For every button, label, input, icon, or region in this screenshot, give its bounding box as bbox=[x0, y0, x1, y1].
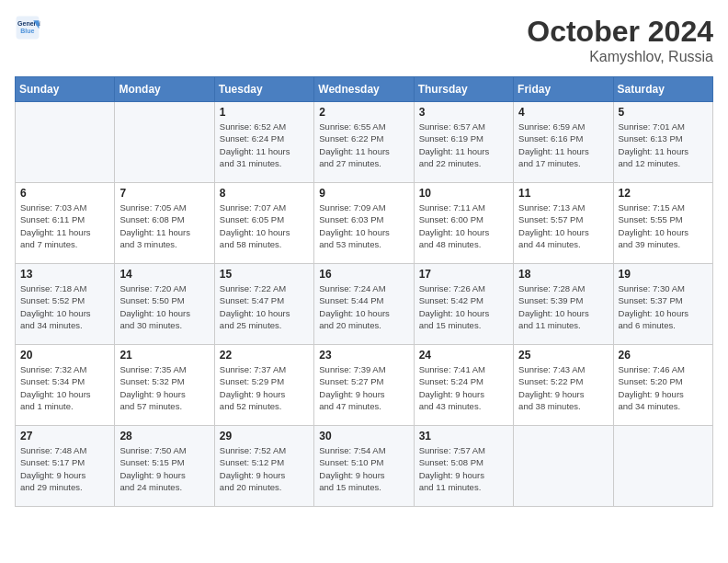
day-number: 26 bbox=[619, 349, 708, 362]
day-number: 25 bbox=[518, 349, 608, 362]
weekday-header-monday: Monday bbox=[115, 77, 214, 102]
day-number: 15 bbox=[220, 268, 309, 281]
weekday-header-sunday: Sunday bbox=[16, 77, 115, 102]
day-info: Sunrise: 7:30 AM Sunset: 5:37 PM Dayligh… bbox=[619, 282, 708, 331]
calendar-cell: 8Sunrise: 7:07 AM Sunset: 6:05 PM Daylig… bbox=[214, 183, 313, 264]
day-info: Sunrise: 7:03 AM Sunset: 6:11 PM Dayligh… bbox=[20, 201, 109, 250]
day-info: Sunrise: 7:37 AM Sunset: 5:29 PM Dayligh… bbox=[220, 363, 309, 412]
weekday-header-tuesday: Tuesday bbox=[214, 77, 313, 102]
calendar-week-row: 6Sunrise: 7:03 AM Sunset: 6:11 PM Daylig… bbox=[16, 183, 713, 264]
calendar-cell: 14Sunrise: 7:20 AM Sunset: 5:50 PM Dayli… bbox=[115, 264, 214, 345]
day-info: Sunrise: 7:54 AM Sunset: 5:10 PM Dayligh… bbox=[319, 444, 408, 493]
calendar-cell: 4Sunrise: 6:59 AM Sunset: 6:16 PM Daylig… bbox=[514, 102, 613, 183]
calendar-cell: 31Sunrise: 7:57 AM Sunset: 5:08 PM Dayli… bbox=[414, 426, 513, 507]
calendar-cell: 10Sunrise: 7:11 AM Sunset: 6:00 PM Dayli… bbox=[414, 183, 513, 264]
day-info: Sunrise: 6:52 AM Sunset: 6:24 PM Dayligh… bbox=[220, 121, 309, 169]
day-info: Sunrise: 7:57 AM Sunset: 5:08 PM Dayligh… bbox=[419, 444, 508, 493]
calendar-cell bbox=[514, 426, 613, 507]
day-info: Sunrise: 7:48 AM Sunset: 5:17 PM Dayligh… bbox=[20, 444, 109, 493]
calendar-cell: 22Sunrise: 7:37 AM Sunset: 5:29 PM Dayli… bbox=[214, 345, 313, 426]
day-number: 2 bbox=[319, 106, 408, 119]
page-header: General Blue October 2024 Kamyshlov, Rus… bbox=[15, 15, 713, 65]
day-number: 3 bbox=[419, 106, 508, 119]
calendar-cell: 3Sunrise: 6:57 AM Sunset: 6:19 PM Daylig… bbox=[414, 102, 513, 183]
calendar-cell: 21Sunrise: 7:35 AM Sunset: 5:32 PM Dayli… bbox=[115, 345, 214, 426]
day-number: 17 bbox=[419, 268, 508, 281]
day-number: 30 bbox=[319, 430, 408, 442]
day-number: 20 bbox=[20, 349, 109, 362]
calendar-cell bbox=[16, 102, 115, 183]
calendar-cell: 16Sunrise: 7:24 AM Sunset: 5:44 PM Dayli… bbox=[314, 264, 414, 345]
day-number: 27 bbox=[20, 430, 109, 442]
calendar-cell: 17Sunrise: 7:26 AM Sunset: 5:42 PM Dayli… bbox=[414, 264, 513, 345]
day-number: 12 bbox=[619, 187, 708, 200]
calendar-week-row: 13Sunrise: 7:18 AM Sunset: 5:52 PM Dayli… bbox=[16, 264, 713, 345]
calendar-cell: 11Sunrise: 7:13 AM Sunset: 5:57 PM Dayli… bbox=[514, 183, 613, 264]
day-number: 7 bbox=[119, 187, 209, 200]
day-info: Sunrise: 7:26 AM Sunset: 5:42 PM Dayligh… bbox=[419, 282, 508, 331]
calendar-cell: 5Sunrise: 7:01 AM Sunset: 6:13 PM Daylig… bbox=[613, 102, 712, 183]
day-number: 29 bbox=[220, 430, 309, 442]
day-info: Sunrise: 7:24 AM Sunset: 5:44 PM Dayligh… bbox=[319, 282, 408, 331]
day-info: Sunrise: 7:09 AM Sunset: 6:03 PM Dayligh… bbox=[319, 201, 408, 250]
day-number: 18 bbox=[518, 268, 608, 281]
weekday-header-wednesday: Wednesday bbox=[314, 77, 414, 102]
month-title: October 2024 bbox=[527, 15, 713, 49]
calendar-cell: 6Sunrise: 7:03 AM Sunset: 6:11 PM Daylig… bbox=[16, 183, 115, 264]
calendar-cell: 2Sunrise: 6:55 AM Sunset: 6:22 PM Daylig… bbox=[314, 102, 414, 183]
day-info: Sunrise: 6:55 AM Sunset: 6:22 PM Dayligh… bbox=[319, 121, 408, 169]
calendar-cell: 15Sunrise: 7:22 AM Sunset: 5:47 PM Dayli… bbox=[214, 264, 313, 345]
day-info: Sunrise: 7:11 AM Sunset: 6:00 PM Dayligh… bbox=[419, 201, 508, 250]
calendar-cell: 24Sunrise: 7:41 AM Sunset: 5:24 PM Dayli… bbox=[414, 345, 513, 426]
calendar-cell: 28Sunrise: 7:50 AM Sunset: 5:15 PM Dayli… bbox=[115, 426, 214, 507]
weekday-header-thursday: Thursday bbox=[414, 77, 513, 102]
calendar-week-row: 27Sunrise: 7:48 AM Sunset: 5:17 PM Dayli… bbox=[16, 426, 713, 507]
day-number: 10 bbox=[419, 187, 508, 200]
day-number: 11 bbox=[518, 187, 608, 200]
day-number: 24 bbox=[419, 349, 508, 362]
calendar-cell: 27Sunrise: 7:48 AM Sunset: 5:17 PM Dayli… bbox=[16, 426, 115, 507]
day-number: 23 bbox=[319, 349, 408, 362]
day-info: Sunrise: 7:32 AM Sunset: 5:34 PM Dayligh… bbox=[20, 363, 109, 412]
calendar-cell: 23Sunrise: 7:39 AM Sunset: 5:27 PM Dayli… bbox=[314, 345, 414, 426]
logo: General Blue bbox=[15, 15, 40, 40]
calendar-cell: 13Sunrise: 7:18 AM Sunset: 5:52 PM Dayli… bbox=[16, 264, 115, 345]
calendar-cell bbox=[613, 426, 712, 507]
day-number: 31 bbox=[419, 430, 508, 442]
calendar-week-row: 1Sunrise: 6:52 AM Sunset: 6:24 PM Daylig… bbox=[16, 102, 713, 183]
day-number: 8 bbox=[220, 187, 309, 200]
calendar-cell: 29Sunrise: 7:52 AM Sunset: 5:12 PM Dayli… bbox=[214, 426, 313, 507]
day-number: 1 bbox=[220, 106, 309, 119]
day-info: Sunrise: 7:15 AM Sunset: 5:55 PM Dayligh… bbox=[619, 201, 708, 250]
day-info: Sunrise: 7:39 AM Sunset: 5:27 PM Dayligh… bbox=[319, 363, 408, 412]
day-number: 13 bbox=[20, 268, 109, 281]
calendar-cell: 19Sunrise: 7:30 AM Sunset: 5:37 PM Dayli… bbox=[613, 264, 712, 345]
day-info: Sunrise: 7:01 AM Sunset: 6:13 PM Dayligh… bbox=[619, 121, 708, 169]
day-number: 9 bbox=[319, 187, 408, 200]
day-info: Sunrise: 6:59 AM Sunset: 6:16 PM Dayligh… bbox=[518, 121, 608, 169]
weekday-header-saturday: Saturday bbox=[613, 77, 712, 102]
day-info: Sunrise: 7:43 AM Sunset: 5:22 PM Dayligh… bbox=[518, 363, 608, 412]
location: Kamyshlov, Russia bbox=[527, 49, 713, 65]
day-info: Sunrise: 7:52 AM Sunset: 5:12 PM Dayligh… bbox=[220, 444, 309, 493]
weekday-header-row: SundayMondayTuesdayWednesdayThursdayFrid… bbox=[16, 77, 713, 102]
day-info: Sunrise: 7:20 AM Sunset: 5:50 PM Dayligh… bbox=[119, 282, 209, 331]
calendar-cell: 26Sunrise: 7:46 AM Sunset: 5:20 PM Dayli… bbox=[613, 345, 712, 426]
day-info: Sunrise: 6:57 AM Sunset: 6:19 PM Dayligh… bbox=[419, 121, 508, 169]
day-info: Sunrise: 7:41 AM Sunset: 5:24 PM Dayligh… bbox=[419, 363, 508, 412]
day-number: 19 bbox=[619, 268, 708, 281]
day-number: 21 bbox=[119, 349, 209, 362]
weekday-header-friday: Friday bbox=[514, 77, 613, 102]
day-number: 6 bbox=[20, 187, 109, 200]
calendar-cell: 20Sunrise: 7:32 AM Sunset: 5:34 PM Dayli… bbox=[16, 345, 115, 426]
day-info: Sunrise: 7:46 AM Sunset: 5:20 PM Dayligh… bbox=[619, 363, 708, 412]
calendar-cell: 12Sunrise: 7:15 AM Sunset: 5:55 PM Dayli… bbox=[613, 183, 712, 264]
calendar-table: SundayMondayTuesdayWednesdayThursdayFrid… bbox=[15, 76, 713, 507]
day-info: Sunrise: 7:07 AM Sunset: 6:05 PM Dayligh… bbox=[220, 201, 309, 250]
day-number: 4 bbox=[518, 106, 608, 119]
calendar-body: 1Sunrise: 6:52 AM Sunset: 6:24 PM Daylig… bbox=[16, 102, 713, 507]
title-block: October 2024 Kamyshlov, Russia bbox=[527, 15, 713, 65]
calendar-cell: 30Sunrise: 7:54 AM Sunset: 5:10 PM Dayli… bbox=[314, 426, 414, 507]
day-info: Sunrise: 7:50 AM Sunset: 5:15 PM Dayligh… bbox=[119, 444, 209, 493]
day-number: 14 bbox=[119, 268, 209, 281]
